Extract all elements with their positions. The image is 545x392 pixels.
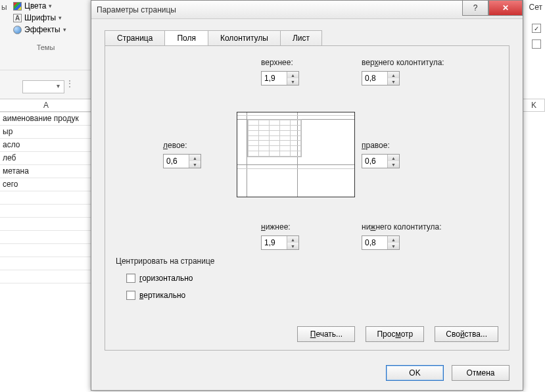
- cell[interactable]: [0, 270, 92, 283]
- spin-down-icon[interactable]: ▼: [388, 78, 399, 85]
- tab-page[interactable]: Страница: [105, 30, 165, 45]
- spin-up-icon[interactable]: ▲: [388, 72, 399, 78]
- spin-down-icon[interactable]: ▼: [287, 243, 298, 249]
- spin-down-icon[interactable]: ▼: [388, 243, 399, 249]
- gridlines-print-checkbox[interactable]: [532, 39, 541, 49]
- cell[interactable]: [0, 191, 92, 204]
- name-box[interactable]: [22, 80, 64, 93]
- top-margin-label: верхнее:: [261, 58, 293, 67]
- gridlines-view-checkbox[interactable]: ✓: [532, 24, 541, 33]
- fonts-label: Шрифты: [24, 13, 56, 22]
- print-button[interactable]: Печать...: [297, 326, 355, 342]
- dialog-title: Параметры страницы: [97, 5, 176, 14]
- dialog-titlebar[interactable]: Параметры страницы ? ✕: [91, 1, 523, 19]
- bottom-margin-spinner[interactable]: ▲▼: [261, 235, 299, 250]
- effects-icon: [13, 26, 22, 34]
- cell[interactable]: аименование продук: [0, 112, 92, 125]
- checkbox-icon: [126, 291, 135, 300]
- center-horizontal-label: горизонтально: [139, 274, 193, 283]
- footer-margin-input[interactable]: [362, 236, 387, 249]
- themes-group-label: Темы: [0, 41, 91, 53]
- footer-margin-spinner[interactable]: ▲▼: [362, 235, 400, 250]
- spin-up-icon[interactable]: ▲: [388, 236, 399, 243]
- cell[interactable]: [0, 230, 92, 243]
- colors-button[interactable]: Цвета ▾: [11, 0, 69, 12]
- page-setup-dialog: Параметры страницы ? ✕ Страница Поля Кол…: [91, 0, 523, 391]
- cell[interactable]: [0, 257, 92, 270]
- right-margin-label: правое:: [362, 141, 390, 150]
- cell[interactable]: [0, 283, 92, 296]
- colors-icon: [13, 2, 22, 11]
- cell[interactable]: асло: [0, 138, 92, 151]
- spin-up-icon[interactable]: ▲: [388, 155, 399, 161]
- header-margin-input[interactable]: [362, 72, 387, 85]
- cell[interactable]: сего: [0, 178, 92, 191]
- page-preview: [237, 112, 355, 197]
- effects-button[interactable]: Эффекты ▾: [11, 24, 69, 36]
- tab-margins[interactable]: Поля: [164, 30, 208, 45]
- spin-down-icon[interactable]: ▼: [388, 161, 399, 168]
- cell[interactable]: [0, 217, 92, 230]
- spin-down-icon[interactable]: ▼: [189, 161, 201, 168]
- colors-label: Цвета: [24, 1, 46, 11]
- column-header-k[interactable]: K: [523, 99, 545, 112]
- ok-button[interactable]: OK: [386, 365, 444, 381]
- ribbon-themes-group: ы Цвета ▾ A Шрифты ▾ Эффекты ▾ Темы ⋮: [0, 0, 92, 99]
- cell[interactable]: [0, 204, 92, 217]
- center-vertical-label: вертикально: [139, 291, 185, 300]
- margins-panel: верхнее: ▲▼ верхнего колонтитула: ▲▼ лев…: [105, 45, 509, 351]
- spin-up-icon[interactable]: ▲: [287, 236, 298, 243]
- cancel-button[interactable]: Отмена: [452, 365, 509, 381]
- help-button[interactable]: ?: [462, 0, 488, 16]
- bottom-margin-label: нижнее:: [261, 222, 291, 232]
- spin-up-icon[interactable]: ▲: [189, 155, 201, 161]
- spin-up-icon[interactable]: ▲: [287, 72, 298, 78]
- top-margin-input[interactable]: [262, 72, 287, 85]
- center-horizontal-checkbox[interactable]: горизонтально: [126, 274, 193, 283]
- chevron-down-icon: ▾: [63, 26, 66, 33]
- tab-sheet[interactable]: Лист: [280, 30, 322, 45]
- footer-margin-label: нижнего колонтитула:: [362, 222, 442, 232]
- ribbon-truncated: ы: [1, 3, 7, 12]
- right-margin-input[interactable]: [362, 155, 387, 168]
- column-header-a[interactable]: A: [0, 99, 92, 112]
- effects-label: Эффекты: [24, 25, 60, 34]
- center-group-label: Центрировать на странице: [116, 257, 214, 266]
- fonts-button[interactable]: A Шрифты ▾: [11, 12, 69, 24]
- top-margin-spinner[interactable]: ▲▼: [261, 71, 299, 86]
- chevron-down-icon: ▾: [49, 3, 52, 9]
- bottom-margin-input[interactable]: [262, 236, 287, 249]
- print-preview-button[interactable]: Просмотр: [366, 326, 424, 342]
- cell[interactable]: леб: [0, 151, 92, 164]
- tab-headers[interactable]: Колонтитулы: [208, 30, 281, 45]
- cell[interactable]: ыр: [0, 125, 92, 138]
- tabstrip: Страница Поля Колонтитулы Лист: [105, 30, 321, 45]
- left-margin-spinner[interactable]: ▲▼: [163, 154, 201, 168]
- more-icon: ⋮: [66, 79, 75, 88]
- center-vertical-checkbox[interactable]: вертикально: [126, 291, 185, 300]
- close-button[interactable]: ✕: [488, 0, 523, 16]
- right-margin-spinner[interactable]: ▲▼: [362, 154, 400, 168]
- header-margin-spinner[interactable]: ▲▼: [362, 71, 400, 86]
- header-margin-label: верхнего колонтитула:: [362, 58, 444, 67]
- cell[interactable]: метана: [0, 164, 92, 178]
- left-margin-label: левое:: [163, 141, 187, 150]
- left-margin-input[interactable]: [164, 155, 189, 168]
- properties-button[interactable]: Свойства...: [435, 326, 498, 342]
- spin-down-icon[interactable]: ▼: [287, 78, 298, 85]
- checkbox-icon: [126, 274, 135, 283]
- gridlines-label: Сет: [529, 3, 542, 12]
- fonts-icon: A: [13, 14, 22, 22]
- cell[interactable]: [0, 243, 92, 257]
- chevron-down-icon: ▾: [59, 14, 62, 21]
